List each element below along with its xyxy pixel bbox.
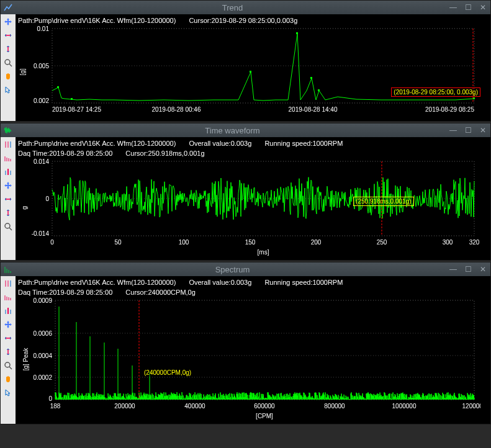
speed-text: Running speed:1000RPM <box>264 140 343 147</box>
zoom-tool-icon[interactable] <box>2 359 14 372</box>
zoom-tool-icon[interactable] <box>2 220 14 233</box>
pan-tool-icon[interactable] <box>2 179 14 192</box>
spectrum-content: Path:Pump\drive endV\16K Acc. Wfm(120-12… <box>1 276 490 424</box>
svg-text:1000000: 1000000 <box>392 403 417 410</box>
zoom-y-tool-icon[interactable] <box>2 346 14 358</box>
close-button[interactable]: ✕ <box>478 264 488 274</box>
spectrum-panel: Spectrum — ☐ ✕ Path:Pump\drive endV\16K … <box>0 262 491 424</box>
sideband-tool-icon[interactable] <box>2 305 14 317</box>
hand-tool-icon[interactable] <box>2 70 14 83</box>
svg-text:0: 0 <box>50 239 54 246</box>
svg-text:0.002: 0.002 <box>34 97 49 104</box>
close-button[interactable]: ✕ <box>478 125 488 135</box>
waveform-content: Path:Pump\drive endV\16K Acc. Wfm(120-12… <box>1 137 490 260</box>
maximize-button[interactable]: ☐ <box>463 264 473 274</box>
close-button[interactable]: ✕ <box>478 2 488 12</box>
daq-text: Daq Time:2019-08-29 08:25:00 <box>18 150 112 157</box>
minimize-button[interactable]: — <box>448 264 458 274</box>
svg-text:250: 250 <box>377 239 387 246</box>
waveform-title: Time waveform <box>17 126 448 135</box>
hand-tool-icon[interactable] <box>2 373 14 385</box>
waveform-icon <box>3 125 13 135</box>
zoom-x-tool-icon[interactable] <box>2 332 14 344</box>
svg-point-33 <box>5 223 10 228</box>
trend-info-line: Path:Pump\drive endV\16K Acc. Wfm(120-12… <box>18 16 488 25</box>
y-axis-label: [g] <box>19 68 26 75</box>
waveform-titlebar[interactable]: Time waveform — ☐ ✕ <box>1 123 490 137</box>
svg-line-3 <box>9 64 12 66</box>
window-controls: — ☐ ✕ <box>448 125 488 135</box>
svg-text:0.0004: 0.0004 <box>33 352 52 359</box>
waveform-svg: 0.014 0 -0.014 0 50 100 150 200 250 300 … <box>18 158 480 258</box>
y-axis-label: g <box>21 206 28 210</box>
svg-text:[ms]: [ms] <box>258 249 269 256</box>
trend-panel: Trend — ☐ ✕ Path:Pump\drive endV\16K Acc… <box>0 0 491 122</box>
harmonic-tool-icon[interactable] <box>2 291 14 303</box>
window-controls: — ☐ ✕ <box>448 2 488 12</box>
svg-text:200: 200 <box>311 239 322 246</box>
spectrum-plot-area[interactable]: Path:Pump\drive endV\16K Acc. Wfm(120-12… <box>16 276 490 424</box>
spectrum-info-line2: Daq Time:2019-08-29 08:25:00 Cursor:2400… <box>18 287 488 297</box>
svg-rect-13 <box>310 77 312 79</box>
pointer-tool-icon[interactable] <box>2 84 14 96</box>
pan-tool-icon[interactable] <box>2 318 14 331</box>
svg-text:300: 300 <box>443 239 453 246</box>
cursor-text: Cursor:250.918ms,0.001g <box>125 150 204 157</box>
zoom-tool-icon[interactable] <box>2 56 14 69</box>
minimize-button[interactable]: — <box>448 2 458 12</box>
svg-rect-9 <box>57 86 59 88</box>
spectrum-chart[interactable]: [g] Peak 0.0009 0.0006 0.0004 0.0002 0 <box>18 297 488 421</box>
trend-toolbar <box>1 14 16 121</box>
svg-text:200000: 200000 <box>114 403 135 410</box>
cursor-annotation: (2019-08-29 08:25:00, 0.003g) <box>391 87 480 97</box>
waveform-info-line2: Daq Time:2019-08-29 08:25:00 Cursor:250.… <box>18 148 488 158</box>
overall-text: Overall value:0.003g <box>189 140 251 147</box>
spectrum-titlebar[interactable]: Spectrum — ☐ ✕ <box>1 262 490 276</box>
pointer-tool-icon[interactable] <box>2 387 14 399</box>
svg-rect-12 <box>296 32 298 34</box>
path-text: Path:Pump\drive endV\16K Acc. Wfm(120-12… <box>18 140 176 147</box>
svg-text:2019-08-29 08:25: 2019-08-29 08:25 <box>425 106 474 113</box>
trend-plot-area[interactable]: Path:Pump\drive endV\16K Acc. Wfm(120-12… <box>16 14 490 121</box>
cursor-text: Cursor:240000CPM,0g <box>125 289 196 296</box>
trend-title: Trend <box>17 3 448 12</box>
pan-tool-icon[interactable] <box>2 16 14 28</box>
harmonic-tool-icon[interactable] <box>2 152 14 164</box>
svg-rect-10 <box>71 98 73 100</box>
svg-text:100: 100 <box>179 239 189 246</box>
svg-text:1200000: 1200000 <box>462 403 480 410</box>
trend-content: Path:Pump\drive endV\16K Acc. Wfm(120-12… <box>1 14 490 121</box>
svg-text:600000: 600000 <box>254 403 275 410</box>
path-text: Path:Pump\drive endV\16K Acc. Wfm(120-12… <box>18 17 176 24</box>
svg-text:0.0009: 0.0009 <box>33 297 52 304</box>
spectrum-info-line1: Path:Pump\drive endV\16K Acc. Wfm(120-12… <box>18 277 488 287</box>
sideband-tool-icon[interactable] <box>2 166 14 178</box>
cursor-tool-icon[interactable] <box>2 138 14 151</box>
waveform-chart[interactable]: g 0.014 0 -0.014 0 50 100 150 20 <box>18 158 488 258</box>
spectrum-icon <box>3 264 13 274</box>
waveform-plot-area[interactable]: Path:Pump\drive endV\16K Acc. Wfm(120-12… <box>16 137 490 260</box>
daq-text: Daq Time:2019-08-29 08:25:00 <box>18 289 112 296</box>
maximize-button[interactable]: ☐ <box>463 2 473 12</box>
cursor-annotation: (250.918ms,0.001g) <box>353 197 414 206</box>
trend-titlebar[interactable]: Trend — ☐ ✕ <box>1 1 490 14</box>
svg-text:320: 320 <box>469 239 480 246</box>
window-controls: — ☐ ✕ <box>448 264 488 274</box>
svg-text:800000: 800000 <box>324 403 345 410</box>
maximize-button[interactable]: ☐ <box>463 125 473 135</box>
minimize-button[interactable]: — <box>448 125 458 135</box>
cursor-tool-icon[interactable] <box>2 277 14 290</box>
svg-text:50: 50 <box>114 239 122 246</box>
svg-point-2 <box>5 60 10 65</box>
svg-text:0: 0 <box>45 195 49 202</box>
zoom-y-tool-icon[interactable] <box>2 207 14 219</box>
zoom-y-tool-icon[interactable] <box>2 43 14 55</box>
trend-chart[interactable]: [g] 0.01 0.005 0.002 <box>18 25 488 119</box>
zoom-x-tool-icon[interactable] <box>2 29 14 42</box>
svg-text:2019-08-28 14:40: 2019-08-28 14:40 <box>289 106 338 113</box>
zoom-x-tool-icon[interactable] <box>2 193 14 205</box>
waveform-panel: Time waveform — ☐ ✕ Path:Pump\drive endV… <box>0 123 491 261</box>
svg-point-66 <box>5 362 10 367</box>
trend-icon <box>3 2 13 12</box>
spectrum-toolbar <box>1 276 16 424</box>
